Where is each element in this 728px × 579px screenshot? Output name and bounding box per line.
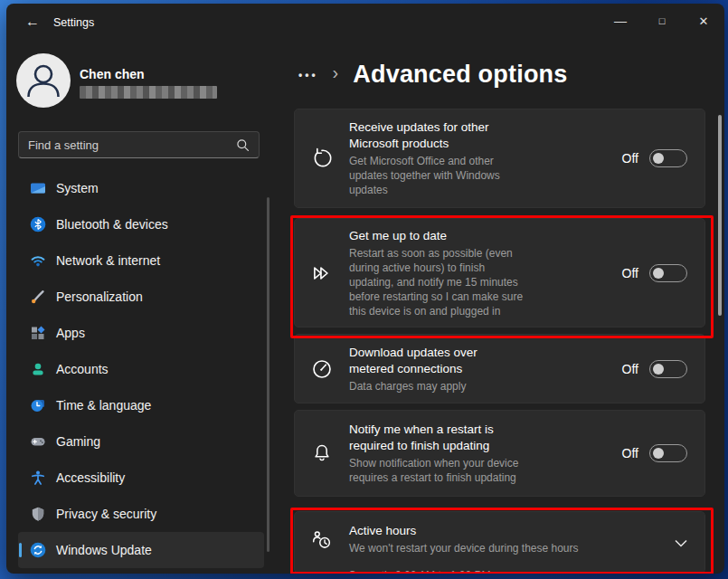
toggle-state-label: Off [622, 362, 638, 376]
card-receive-updates: Receive updates for other Microsoft prod… [294, 109, 705, 208]
selected-accent-pill [19, 543, 22, 557]
sidebar-item-label: Privacy & security [56, 507, 156, 521]
toggle-switch[interactable] [649, 264, 687, 282]
sidebar-item-bluetooth-devices[interactable]: Bluetooth & devices [18, 206, 264, 242]
toggle-switch[interactable] [649, 360, 687, 378]
setting-subtitle: Restart as soon as possible (even during… [349, 246, 615, 318]
windows-update-icon [29, 541, 47, 559]
toggle-state-label: Off [622, 151, 638, 166]
accessibility-icon [29, 469, 47, 487]
bluetooth-icon [29, 215, 47, 233]
avatar[interactable] [16, 53, 71, 108]
fast-forward-icon [295, 261, 349, 285]
back-button[interactable]: ← [19, 10, 46, 33]
sidebar-item-label: Bluetooth & devices [56, 217, 168, 232]
setting-subtitle: Show notification when your device requi… [349, 456, 615, 485]
setting-subtitle: We won't restart your device during thes… [349, 541, 667, 555]
sidebar-item-apps[interactable]: Apps [18, 315, 264, 351]
card-metered-connections: Download updates over metered connection… [294, 334, 705, 403]
breadcrumb-overflow-button[interactable]: ••• [298, 67, 318, 81]
card-get-me-up-to-date: Get me up to date Restart as soon as pos… [294, 218, 705, 327]
sidebar-nav: System Bluetooth & devices Network & int… [18, 170, 264, 568]
person-icon [16, 53, 71, 108]
window-controls: — □ ✕ [600, 4, 724, 38]
bell-icon [295, 441, 349, 465]
sidebar-item-system[interactable]: System [18, 170, 264, 206]
toggle-knob [653, 448, 664, 459]
sidebar-item-network-internet[interactable]: Network & internet [18, 242, 264, 279]
back-arrow-icon: ← [25, 14, 40, 30]
toggle-switch[interactable] [649, 444, 687, 462]
active-hours-current-value: Currently 9:00 AM to 1:00 PM [348, 569, 490, 574]
breadcrumb: ••• › Advanced options [298, 56, 568, 92]
active-hours-icon [295, 528, 349, 552]
sidebar-item-label: Windows Update [56, 543, 152, 557]
time-language-icon [29, 396, 47, 414]
toggle-state-label: Off [622, 266, 638, 280]
setting-title: Notify me when a restart is required to … [349, 422, 615, 454]
sidebar-item-gaming[interactable]: Gaming [18, 423, 264, 460]
sidebar-item-label: Accessibility [56, 470, 125, 485]
sidebar-item-label: Time & language [56, 398, 151, 413]
sidebar-item-accounts[interactable]: Accounts [18, 351, 264, 387]
sidebar-item-label: Network & internet [56, 253, 160, 268]
setting-title: Download updates over metered connection… [349, 345, 615, 377]
sidebar-item-privacy-security[interactable]: Privacy & security [18, 496, 264, 532]
sidebar-item-windows-update[interactable]: Windows Update [18, 532, 264, 568]
gaming-icon [29, 432, 47, 451]
minimize-button[interactable]: — [600, 4, 641, 38]
network-icon [29, 252, 47, 270]
setting-subtitle: Get Microsoft Office and other updates t… [349, 154, 615, 197]
sidebar-item-label: Apps [56, 326, 85, 340]
redacted-email [80, 86, 217, 99]
settings-window: ← Settings — □ ✕ Chen chen [6, 4, 724, 574]
chevron-right-icon: › [333, 62, 339, 86]
toggle-knob [653, 153, 664, 164]
sidebar-item-label: Gaming [56, 434, 100, 449]
expander-toggle[interactable] [675, 539, 687, 547]
main-scrollbar[interactable] [718, 115, 722, 316]
history-arrow-icon [295, 147, 349, 170]
close-icon: ✕ [699, 14, 709, 28]
minimize-icon: — [614, 14, 627, 28]
meter-icon [295, 357, 349, 381]
app-title: Settings [53, 16, 94, 29]
profile-name: Chen chen [80, 67, 145, 81]
card-active-hours[interactable]: Active hours We won't restart your devic… [294, 511, 705, 574]
maximize-button[interactable]: □ [641, 4, 683, 38]
toggle-switch[interactable] [649, 149, 687, 167]
setting-title: Receive updates for other Microsoft prod… [349, 119, 615, 152]
setting-title: Get me up to date [349, 228, 615, 244]
toggle-knob [653, 268, 664, 279]
sidebar-item-time-language[interactable]: Time & language [18, 387, 264, 423]
search-box [18, 131, 260, 158]
card-notify-restart: Notify me when a restart is required to … [294, 410, 705, 497]
sidebar-scrollbar[interactable] [267, 197, 269, 552]
setting-subtitle: Data charges may apply [349, 379, 615, 394]
personalization-icon [29, 288, 47, 306]
accounts-icon [29, 360, 47, 378]
maximize-icon: □ [659, 15, 666, 26]
system-icon [29, 179, 47, 197]
sidebar-item-label: System [56, 181, 99, 195]
apps-icon [29, 324, 47, 342]
privacy-icon [29, 505, 47, 523]
search-input[interactable] [19, 138, 236, 152]
close-button[interactable]: ✕ [683, 4, 724, 38]
toggle-knob [653, 364, 664, 375]
toggle-state-label: Off [622, 446, 638, 460]
page-title: Advanced options [353, 61, 567, 89]
chevron-down-icon [675, 539, 687, 547]
setting-title: Active hours [349, 523, 667, 539]
search-icon[interactable] [236, 138, 250, 152]
sidebar-item-label: Personalization [56, 290, 143, 304]
sidebar-item-accessibility[interactable]: Accessibility [18, 460, 264, 496]
sidebar-item-personalization[interactable]: Personalization [18, 279, 264, 315]
sidebar-item-label: Accounts [56, 362, 109, 376]
